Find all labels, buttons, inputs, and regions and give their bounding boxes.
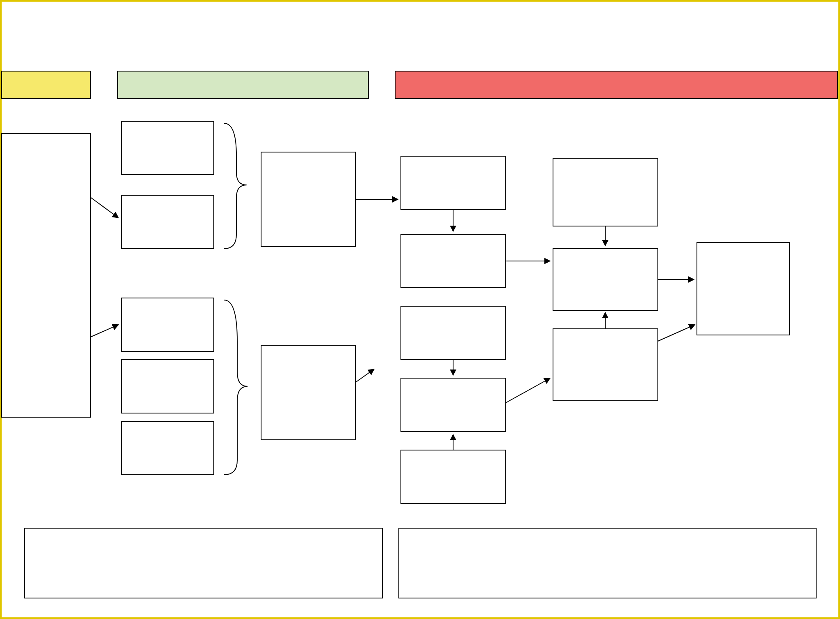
c4-bot-a [401, 306, 506, 360]
brace-bottom [224, 300, 248, 475]
c5-bot [553, 329, 658, 401]
c2-top-a [121, 121, 214, 175]
arrow-mb-diag1 [356, 369, 374, 382]
arrow-c5bot-to-final [658, 325, 695, 341]
header-yellow [2, 71, 90, 99]
header-green [118, 71, 368, 99]
c4-bot-c [401, 450, 506, 504]
c2-bot-c [121, 421, 214, 475]
c4-bot-b [401, 378, 506, 432]
footer-right [399, 528, 816, 598]
header-red [395, 71, 838, 99]
c5-top-b [553, 249, 658, 310]
arrow-root-to-c2top [90, 197, 118, 218]
footer-left [25, 528, 382, 598]
arrow-root-to-c2bot [90, 325, 118, 337]
diagram-canvas [0, 0, 840, 619]
c5-top-a [553, 158, 658, 226]
c2-top-b [121, 195, 214, 249]
c4-top-b [401, 234, 506, 288]
root-box [2, 134, 90, 417]
arrow-c4botb-to-c5bot [506, 378, 550, 403]
merge-bottom [261, 345, 356, 440]
brace-top [224, 123, 247, 249]
c2-bot-b [121, 360, 214, 413]
c2-bot-a [121, 298, 214, 351]
merge-top [261, 152, 356, 247]
final-box [697, 243, 789, 335]
c4-top-a [401, 156, 506, 210]
